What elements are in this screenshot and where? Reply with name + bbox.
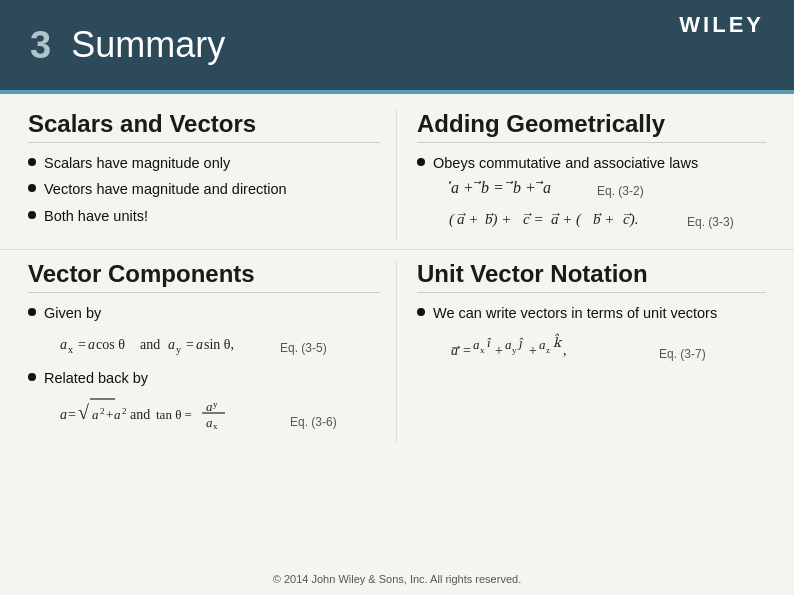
scalars-bullet-3: Both have units! (44, 206, 148, 226)
given-by-item: Given by a x = a cos θ and a y = a (44, 303, 327, 361)
svg-text:,: , (563, 343, 567, 358)
svg-text:+: + (495, 343, 503, 358)
svg-text:x: x (213, 421, 218, 431)
equation-3-5: a x = a cos θ and a y = a sin θ, (60, 327, 270, 359)
svg-text:b +: b + (513, 179, 536, 196)
svg-text:a: a (114, 407, 121, 422)
related-back-item: Related back by a = √ a 2 + a 2 (44, 368, 337, 436)
svg-text:and: and (130, 407, 150, 422)
scalars-title: Scalars and Vectors (28, 110, 380, 143)
svg-text:a + (: a + ( (551, 211, 582, 228)
svg-text:c =: c = (523, 211, 544, 227)
list-item: Obeys commutative and associative laws ⃗… (417, 153, 766, 235)
svg-text:a: a (60, 407, 67, 422)
svg-text:and: and (140, 337, 160, 352)
svg-text:a +: a + (451, 179, 474, 196)
svg-text:a: a (60, 337, 67, 352)
svg-text:=: = (186, 337, 194, 352)
page-title: Summary (71, 24, 225, 66)
eq-3-5-row: a x = a cos θ and a y = a sin θ, (60, 327, 327, 359)
svg-text:2: 2 (122, 406, 127, 416)
svg-text:b =: b = (481, 179, 504, 196)
header: 3 Summary WILEY (0, 0, 794, 90)
svg-text:a: a (92, 407, 99, 422)
list-item: Vectors have magnitude and direction (28, 179, 380, 199)
bullet-icon (28, 158, 36, 166)
adding-list: Obeys commutative and associative laws ⃗… (417, 153, 766, 235)
svg-text:k̂: k̂ (553, 333, 563, 350)
svg-text:î: î (487, 335, 492, 350)
list-item: We can write vectors in terms of unit ve… (417, 303, 766, 367)
svg-text:c).: c). (623, 211, 638, 228)
svg-text:ĵ: ĵ (517, 335, 524, 350)
list-item: Given by a x = a cos θ and a y = a (28, 303, 380, 361)
wiley-logo: WILEY (679, 12, 764, 38)
svg-text:cos θ: cos θ (96, 337, 125, 352)
svg-text:tan θ =: tan θ = (156, 407, 192, 422)
svg-text:b +: b + (593, 211, 614, 227)
eq-3-2-label: Eq. (3-2) (597, 183, 644, 200)
scalars-section: Scalars and Vectors Scalars have magnitu… (28, 110, 397, 241)
vector-components-list: Given by a x = a cos θ and a y = a (28, 303, 380, 436)
svg-text:2: 2 (100, 406, 105, 416)
list-item: Scalars have magnitude only (28, 153, 380, 173)
svg-text:x: x (480, 345, 485, 355)
bullet-icon (417, 158, 425, 166)
unit-vector-item: We can write vectors in terms of unit ve… (433, 303, 717, 367)
scalars-bullet-1: Scalars have magnitude only (44, 153, 230, 173)
svg-text:a: a (206, 415, 213, 430)
eq-3-6-row: a = √ a 2 + a 2 and tan θ = (60, 391, 337, 433)
copyright-text: © 2014 John Wiley & Sons, Inc. All right… (0, 569, 794, 589)
list-item: Both have units! (28, 206, 380, 226)
svg-text:a: a (505, 337, 512, 352)
equation-3-7: → a = a x î + a y ĵ + a z (449, 327, 649, 365)
svg-text:a: a (196, 337, 203, 352)
svg-text:a +: a + (457, 211, 478, 227)
eq-row-3-3: ( → a + → b) + → c = → a + ( → b + (449, 204, 734, 232)
svg-text:y: y (213, 399, 218, 409)
svg-text:a: a (451, 343, 458, 358)
bottom-content: Vector Components Given by a x = a cos θ… (0, 250, 794, 450)
bullet-icon (28, 211, 36, 219)
eq-3-6-label: Eq. (3-6) (290, 414, 337, 431)
bullet-icon (28, 308, 36, 316)
vector-components-section: Vector Components Given by a x = a cos θ… (28, 260, 397, 442)
svg-text:+: + (529, 343, 537, 358)
svg-text:√: √ (78, 401, 89, 423)
eq-3-7-label: Eq. (3-7) (659, 346, 706, 363)
svg-text:a: a (88, 337, 95, 352)
bullet-icon (28, 373, 36, 381)
svg-text:x: x (68, 344, 73, 355)
eq-3-5-label: Eq. (3-5) (280, 340, 327, 357)
top-content: Scalars and Vectors Scalars have magnitu… (0, 94, 794, 250)
equation-3-3: ( → a + → b) + → c = → a + ( → b + (449, 204, 679, 232)
svg-text:a: a (168, 337, 175, 352)
eq-row-3-2: ⃗ a + ⃗ b = ⃗ b + (449, 173, 734, 201)
svg-text:y: y (512, 345, 517, 355)
unit-vector-title: Unit Vector Notation (417, 260, 766, 293)
eq-3-7-row: → a = a x î + a y ĵ + a z (449, 327, 717, 365)
svg-text:a: a (539, 337, 546, 352)
scalars-bullet-2: Vectors have magnitude and direction (44, 179, 287, 199)
svg-text:=: = (68, 407, 76, 422)
scalars-list: Scalars have magnitude only Vectors have… (28, 153, 380, 226)
equation-3-6: a = √ a 2 + a 2 and tan θ = (60, 391, 280, 433)
adding-bullet: Obeys commutative and associative laws ⃗… (433, 153, 734, 235)
svg-text:z: z (546, 345, 550, 355)
adding-equations: ⃗ a + ⃗ b = ⃗ b + (449, 173, 734, 232)
svg-text:+: + (106, 407, 113, 422)
chapter-number: 3 (30, 24, 51, 67)
svg-text:=: = (78, 337, 86, 352)
unit-vector-list: We can write vectors in terms of unit ve… (417, 303, 766, 367)
adding-section: Adding Geometrically Obeys commutative a… (397, 110, 766, 241)
svg-text:a: a (206, 399, 213, 414)
bullet-icon (417, 308, 425, 316)
svg-text:a: a (543, 179, 551, 196)
svg-text:a: a (473, 337, 480, 352)
unit-vector-section: Unit Vector Notation We can write vector… (397, 260, 766, 442)
list-item: Related back by a = √ a 2 + a 2 (28, 368, 380, 436)
svg-text:y: y (176, 344, 181, 355)
svg-text:=: = (463, 343, 471, 358)
bullet-icon (28, 184, 36, 192)
svg-text:b) +: b) + (485, 211, 511, 228)
